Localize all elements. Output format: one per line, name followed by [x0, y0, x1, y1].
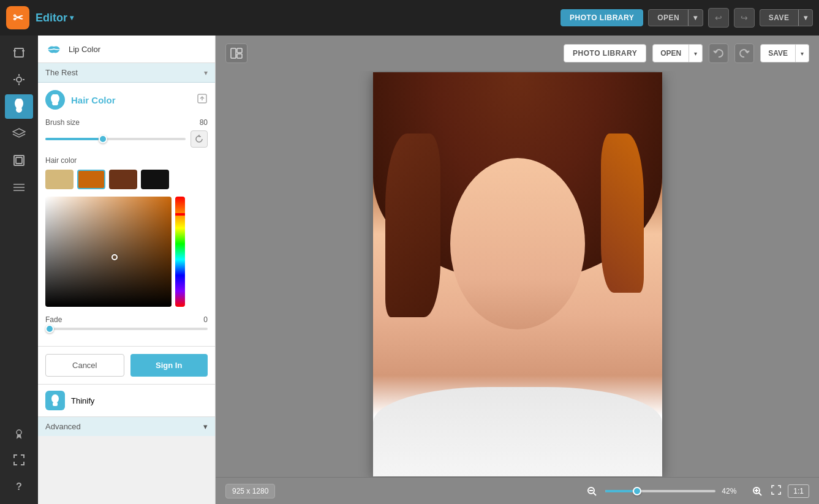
- photo-library-button[interactable]: PHOTO LIBRARY: [560, 9, 643, 26]
- editor-chevron-icon: ▾: [70, 13, 74, 22]
- side-panel: Lip Color The Rest ▾ Hair Color: [38, 36, 216, 504]
- open-button-group: OPEN ▾: [648, 9, 703, 26]
- svg-rect-22: [53, 402, 58, 406]
- lip-color-item[interactable]: Lip Color: [38, 36, 215, 63]
- undo-header-button[interactable]: [709, 43, 728, 63]
- layers-icon[interactable]: [5, 121, 33, 146]
- fade-slider-container: [45, 328, 208, 330]
- photo-frame: [373, 72, 662, 476]
- fullscreen-icon[interactable]: [5, 448, 33, 472]
- main-area: ? Lip Color The Rest ▾: [0, 36, 819, 504]
- svg-rect-23: [231, 48, 236, 58]
- photo-library-header-button[interactable]: PHOTO LIBRARY: [564, 44, 646, 62]
- save-button[interactable]: SAVE: [760, 9, 798, 26]
- topbar-right: PHOTO LIBRARY OPEN ▾ ↩ ↪ SAVE ▾: [560, 8, 813, 28]
- swatch-brown[interactable]: [109, 170, 137, 189]
- hair-color-header-left: Hair Color: [45, 90, 116, 110]
- auto-enhance-icon[interactable]: [5, 67, 33, 92]
- brush-size-thumb[interactable]: [99, 135, 107, 143]
- hair-color-swatches-label: Hair color: [45, 156, 208, 165]
- thinify-item[interactable]: Thinify: [38, 385, 215, 417]
- save-button-header-group: SAVE ▾: [760, 44, 809, 62]
- thinify-label: Thinify: [71, 396, 94, 405]
- hair-color-panel-icon: [45, 90, 65, 110]
- color-gradient-picker[interactable]: [45, 197, 172, 307]
- swatch-auburn[interactable]: [77, 170, 105, 189]
- the-rest-label: The Rest: [45, 68, 78, 77]
- color-picker: [45, 197, 208, 307]
- brush-size-row: Brush size 80: [45, 118, 208, 127]
- crop-tool-icon[interactable]: [5, 40, 33, 65]
- lip-color-label: Lip Color: [69, 45, 100, 54]
- brush-size-value: 80: [200, 118, 208, 127]
- editor-title-text: Editor: [36, 12, 67, 24]
- lighting-icon[interactable]: [5, 421, 33, 445]
- brush-size-label: Brush size: [45, 118, 80, 127]
- editor-title[interactable]: Editor ▾: [36, 12, 74, 24]
- svg-rect-24: [237, 48, 242, 53]
- hair-color-swatches: [45, 170, 208, 189]
- fade-slider[interactable]: [45, 328, 208, 330]
- open-header-chevron-button[interactable]: ▾: [689, 44, 703, 62]
- hue-slider[interactable]: [175, 197, 185, 307]
- swatch-black[interactable]: [141, 170, 169, 189]
- zoom-container: 42% 1:1: [584, 484, 809, 498]
- fade-container: Fade 0: [45, 315, 208, 330]
- zoom-slider-thumb[interactable]: [633, 487, 641, 495]
- zoom-in-button[interactable]: [750, 484, 764, 498]
- swatch-blonde[interactable]: [45, 170, 74, 189]
- image-canvas: [216, 71, 819, 477]
- undo-button[interactable]: ↩: [708, 8, 729, 28]
- svg-rect-12: [16, 157, 22, 164]
- canvas-area: PHOTO LIBRARY OPEN ▾ SAVE ▾: [216, 36, 819, 504]
- action-buttons: Cancel Sign In: [38, 347, 215, 385]
- help-icon[interactable]: ?: [5, 475, 33, 499]
- beauty-tool-icon[interactable]: [5, 94, 33, 119]
- svg-point-7: [17, 77, 21, 82]
- hair-color-panel: Hair Color Brush size 80: [38, 83, 215, 347]
- advanced-section-header[interactable]: Advanced ▾: [38, 417, 215, 436]
- frames-icon[interactable]: [5, 148, 33, 173]
- lip-color-icon: [45, 40, 62, 58]
- fade-value: 0: [203, 315, 208, 324]
- hair-color-header: Hair Color: [45, 90, 208, 110]
- hue-slider-cursor: [175, 213, 185, 216]
- open-button-header-group: OPEN ▾: [652, 44, 703, 62]
- export-icon[interactable]: [197, 93, 208, 107]
- advanced-label: Advanced: [45, 422, 81, 431]
- logo-symbol: ✂: [13, 10, 23, 25]
- save-chevron-button[interactable]: ▾: [798, 9, 813, 26]
- image-dimensions-label: 925 x 1280: [225, 484, 275, 498]
- open-chevron-button[interactable]: ▾: [688, 9, 703, 26]
- brush-size-slider[interactable]: [45, 138, 186, 140]
- zoom-slider[interactable]: [605, 490, 715, 492]
- the-rest-chevron-icon: ▾: [204, 69, 208, 77]
- texture-icon[interactable]: [5, 175, 33, 200]
- open-button[interactable]: OPEN: [648, 9, 688, 26]
- svg-line-32: [759, 493, 761, 495]
- zoom-percent-label: 42%: [722, 487, 744, 495]
- svg-rect-25: [237, 54, 242, 58]
- pixel-ratio-button[interactable]: 1:1: [788, 484, 809, 498]
- fade-label: Fade: [45, 315, 62, 324]
- fit-to-window-button[interactable]: [771, 484, 782, 497]
- redo-button[interactable]: ↪: [734, 8, 755, 28]
- zoom-out-button[interactable]: [584, 484, 599, 498]
- signin-button[interactable]: Sign In: [130, 354, 208, 377]
- fade-thumb[interactable]: [45, 325, 54, 333]
- save-header-chevron-button[interactable]: ▾: [796, 44, 809, 62]
- the-rest-section-header[interactable]: The Rest ▾: [38, 63, 215, 83]
- brush-size-fill: [45, 138, 99, 140]
- app-logo[interactable]: ✂: [6, 6, 29, 29]
- layout-toggle-button[interactable]: [225, 43, 247, 63]
- save-button-group: SAVE ▾: [760, 9, 813, 26]
- open-header-button[interactable]: OPEN: [652, 44, 689, 62]
- svg-point-16: [17, 430, 21, 435]
- brush-size-reset-button[interactable]: [191, 130, 208, 148]
- save-header-button[interactable]: SAVE: [760, 44, 796, 62]
- svg-line-28: [594, 493, 596, 495]
- photo-image: [373, 72, 662, 476]
- hair-color-title: Hair Color: [71, 95, 116, 105]
- redo-header-button[interactable]: [734, 43, 754, 63]
- cancel-button[interactable]: Cancel: [45, 354, 124, 377]
